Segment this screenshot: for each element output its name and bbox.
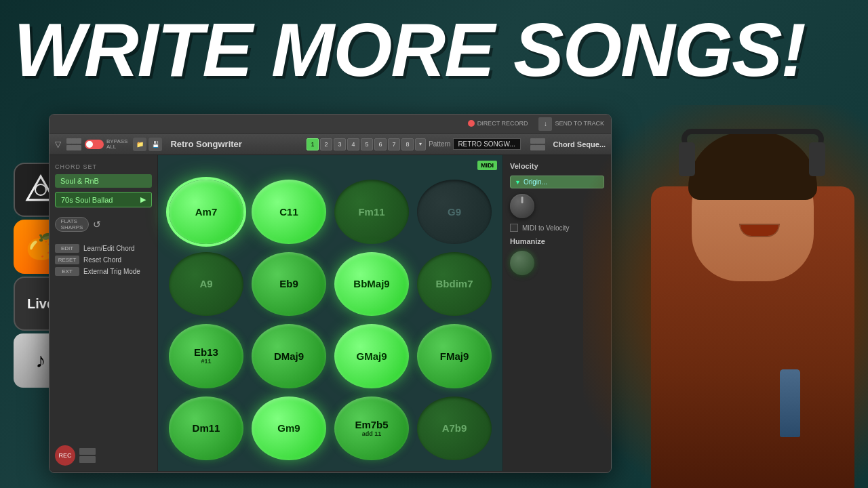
transport-controls xyxy=(79,448,96,463)
bypass-toggle[interactable]: BYPASS ALL xyxy=(85,139,127,150)
ext-trig-row: EXT External Trig Mode xyxy=(55,267,152,276)
chord-btn-dmaj9[interactable]: DMaj9 xyxy=(252,324,326,388)
chord-btn-a9[interactable]: A9 xyxy=(169,252,243,317)
pattern-btn-2[interactable]: 2 xyxy=(320,138,332,150)
pattern-btn-4[interactable]: 4 xyxy=(347,138,359,150)
chord-set-70s-soul[interactable]: 70s Soul Ballad ▶ xyxy=(55,192,152,207)
chord-btn-c11[interactable]: C11 xyxy=(252,180,326,244)
pattern-btn-6[interactable]: 6 xyxy=(374,138,387,150)
chord-btn-em7b5[interactable]: Em7b5 add 11 xyxy=(334,396,409,461)
chord-btn-bbdim7[interactable]: Bbdim7 xyxy=(417,252,492,317)
bypass-button-led xyxy=(85,140,104,149)
chord-btn-eb13[interactable]: Eb13 #11 xyxy=(169,324,243,388)
chord-btn-fm11[interactable]: Fm11 xyxy=(334,180,409,244)
title-bar-grid-icon xyxy=(66,138,79,150)
pattern-btn-7[interactable]: 7 xyxy=(388,138,400,150)
folder-icon[interactable]: 📁 xyxy=(133,138,146,151)
chord-btn-gm9[interactable]: Gm9 xyxy=(252,396,326,461)
learn-edit-chord-label[interactable]: Learn/Edit Chord xyxy=(83,245,135,252)
plugin-window: DIRECT RECORD ↓ SEND TO TRACK ▽ BYPASS A… xyxy=(49,114,612,473)
left-sidebar: CHORD SET Soul & RnB 70s Soul Ballad ▶ F… xyxy=(50,155,158,471)
chord-btn-am7[interactable]: Am7 xyxy=(169,180,243,244)
reset-chord-label[interactable]: Reset Chord xyxy=(83,256,121,264)
chord-btn-gmaj9[interactable]: GMaj9 xyxy=(334,324,409,388)
ext-trig-label[interactable]: External Trig Mode xyxy=(83,268,140,275)
pattern-text-label: Pattern xyxy=(429,140,450,148)
chord-btn-bbmaj9[interactable]: BbMaj9 xyxy=(334,252,409,317)
title-bar-file-icons: 📁 💾 xyxy=(133,138,162,151)
record-button[interactable]: REC xyxy=(55,445,75,466)
learn-edit-chord-row: EDIT Learn/Edit Chord xyxy=(55,244,152,253)
title-bar-arrow-icon: ▽ xyxy=(55,140,61,149)
main-content: CHORD SET Soul & RnB 70s Soul Ballad ▶ F… xyxy=(50,155,611,471)
chord-btn-eb9[interactable]: Eb9 xyxy=(252,252,326,317)
pattern-buttons: 1 2 3 4 5 6 7 8 ▾ xyxy=(307,138,426,150)
pattern-dropdown[interactable]: ▾ xyxy=(415,138,426,150)
velocity-knob[interactable] xyxy=(510,194,534,218)
svg-point-1 xyxy=(35,184,46,195)
play-down-control[interactable] xyxy=(79,456,96,463)
flats-sharps-button[interactable]: FLATSSHARPS xyxy=(55,217,89,232)
reset-icon[interactable]: ↺ xyxy=(93,219,101,230)
reset-chord-row: RESET Reset Chord xyxy=(55,256,152,264)
pattern-name-display: RETRO SONGW... xyxy=(453,138,521,150)
reset-tag: RESET xyxy=(55,256,79,264)
chord-grid-area: MIDI Am7 C11 Fm11 G9 A9 xyxy=(158,155,502,471)
dropdown-arrow-icon: ▼ xyxy=(515,179,521,186)
edit-tag: EDIT xyxy=(55,244,79,253)
sidebar-action-buttons: EDIT Learn/Edit Chord RESET Reset Chord … xyxy=(55,244,152,276)
midi-velocity-label: MIDI to Velocity xyxy=(522,224,569,232)
chord-seq-grid-icon xyxy=(530,138,543,150)
plugin-name-label: Retro Songwriter xyxy=(170,139,241,149)
midi-badge: MIDI xyxy=(477,161,497,170)
chord-btn-dm11[interactable]: Dm11 xyxy=(169,396,243,461)
pattern-btn-5[interactable]: 5 xyxy=(361,138,373,150)
chord-set-label: CHORD SET xyxy=(55,163,152,170)
bottom-controls: REC xyxy=(55,445,152,466)
bottle-item xyxy=(780,369,800,437)
play-up-control[interactable] xyxy=(79,448,96,455)
direct-record-button[interactable]: DIRECT RECORD xyxy=(468,120,528,127)
chord-set-soul-rnb[interactable]: Soul & RnB xyxy=(55,174,152,188)
flats-sharps-control: FLATSSHARPS ↺ xyxy=(55,217,152,232)
ext-tag: EXT xyxy=(55,267,79,276)
main-title: WRITE MORE SONGS! xyxy=(14,12,805,88)
pattern-btn-1[interactable]: 1 xyxy=(307,138,319,150)
chord-grid: Am7 C11 Fm11 G9 A9 Eb9 xyxy=(169,166,492,460)
pattern-btn-3[interactable]: 3 xyxy=(334,138,346,150)
person-figure xyxy=(610,112,868,488)
title-bar: ▽ BYPASS ALL 📁 💾 Retro Songwriter 1 2 3 xyxy=(50,134,611,155)
humanize-knob[interactable] xyxy=(510,251,534,275)
midi-velocity-checkbox[interactable] xyxy=(510,224,518,232)
plugin-top-bar: DIRECT RECORD ↓ SEND TO TRACK xyxy=(50,115,611,134)
pattern-btn-8[interactable]: 8 xyxy=(401,138,414,150)
chord-btn-fmaj9[interactable]: FMaj9 xyxy=(417,324,492,388)
save-icon[interactable]: 💾 xyxy=(149,138,162,151)
record-dot-icon xyxy=(468,120,475,127)
person-overlay xyxy=(583,105,868,488)
chord-btn-g9[interactable]: G9 xyxy=(417,180,492,244)
chord-btn-a7b9[interactable]: A7b9 xyxy=(417,396,492,461)
